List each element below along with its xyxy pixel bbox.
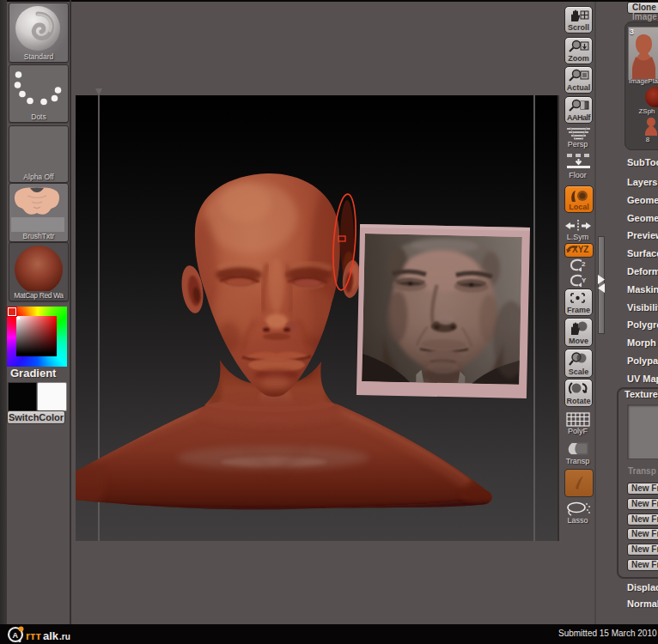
svg-text:alk: alk (43, 629, 59, 642)
svg-text:A: A (13, 631, 19, 640)
svg-text:rтт: rтт (26, 629, 41, 642)
svg-text:Y: Y (582, 276, 587, 284)
svg-text:.ru: .ru (59, 632, 70, 641)
svg-text:2: 2 (582, 260, 586, 268)
